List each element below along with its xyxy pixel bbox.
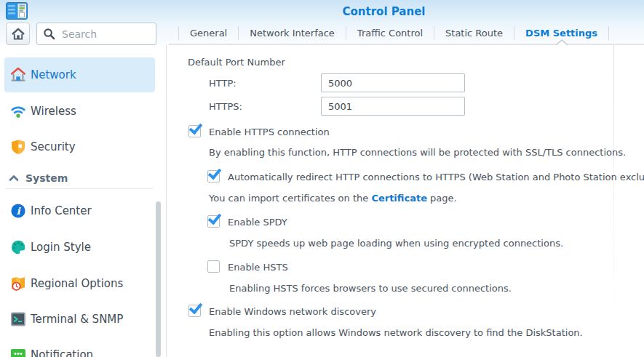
sidebar-item-label: Notification [31, 348, 93, 357]
search-icon [43, 28, 55, 40]
tab-traffic-control[interactable]: Traffic Control [346, 23, 434, 44]
certificate-note: You can import certificates on the Certi… [209, 193, 457, 204]
palette-icon [9, 238, 27, 256]
windows-discovery-checkbox[interactable] [188, 305, 201, 317]
sidebar-item-label: Info Center [31, 204, 92, 217]
section-divider [6, 188, 154, 189]
content-scroll-track [613, 45, 614, 357]
sidebar-item-network[interactable]: Network [4, 57, 155, 92]
tab-strip-border [169, 44, 644, 45]
search-box [36, 23, 156, 45]
collapse-chevron-icon [9, 175, 19, 182]
sidebar-item-label: Wireless [31, 105, 76, 118]
wifi-icon [9, 103, 27, 120]
chat-bubble-icon [9, 346, 27, 357]
page-title: Control Panel [0, 5, 644, 18]
tab-separator [608, 26, 609, 40]
home-icon [11, 28, 25, 40]
sidebar-item-login-style[interactable]: Login Style [4, 230, 155, 265]
sidebar-item-label: Terminal & SNMP [31, 313, 123, 326]
enable-hsts-option: Enable HSTS [207, 260, 288, 273]
sidebar-section-system[interactable]: System [9, 171, 68, 185]
https-port-label: HTTPS: [209, 101, 242, 112]
discovery-description: Enabling this option allows Windows netw… [209, 327, 583, 338]
info-icon: i [9, 202, 27, 220]
sidebar-item-label: Login Style [31, 241, 91, 254]
network-house-icon [9, 66, 27, 84]
tab-network-interface[interactable]: Network Interface [239, 23, 346, 44]
tab-general[interactable]: General [179, 23, 238, 44]
http-port-input[interactable] [321, 73, 465, 92]
enable-hsts-label[interactable]: Enable HSTS [228, 260, 288, 273]
https-description: By enabling this function, HTTP connecti… [209, 147, 626, 158]
window-header: Control Panel General Network Interface … [0, 0, 644, 45]
auto-redirect-checkbox[interactable] [207, 170, 220, 182]
certificate-note-suffix: page. [427, 193, 457, 204]
sidebar-scrollbar[interactable] [156, 201, 161, 357]
enable-spdy-label[interactable]: Enable SPDY [228, 215, 287, 228]
hsts-description: Enabling HSTS forces browsers to use sec… [229, 283, 512, 294]
sidebar-item-security[interactable]: Security [4, 129, 155, 164]
certificate-link[interactable]: Certificate [371, 193, 427, 204]
enable-hsts-checkbox[interactable] [207, 260, 220, 273]
enable-https-label[interactable]: Enable HTTPS connection [209, 125, 330, 137]
sidebar-item-wireless[interactable]: Wireless [4, 94, 155, 129]
shield-icon [9, 138, 27, 156]
home-button[interactable] [6, 23, 30, 45]
dsm-settings-panel: Default Port Number HTTP: HTTPS: Enable … [167, 45, 644, 357]
windows-discovery-label[interactable]: Enable Windows network discovery [209, 305, 376, 317]
sidebar: Network Wireless Security System [0, 45, 167, 357]
sidebar-item-regional-options[interactable]: Regional Options [4, 266, 155, 301]
sidebar-item-notification[interactable]: Notification [4, 337, 155, 357]
enable-spdy-option: Enable SPDY [207, 215, 287, 228]
auto-redirect-label[interactable]: Automatically redirect HTTP connections … [228, 170, 644, 182]
http-port-label: HTTP: [209, 78, 236, 89]
sidebar-item-label: Security [31, 140, 76, 153]
tab-static-route[interactable]: Static Route [434, 23, 514, 44]
enable-https-checkbox[interactable] [188, 125, 201, 137]
enable-https-option: Enable HTTPS connection [188, 125, 330, 137]
enable-spdy-checkbox[interactable] [207, 215, 220, 228]
search-input[interactable] [60, 28, 150, 41]
map-clock-icon [9, 275, 27, 292]
terminal-icon [9, 310, 27, 328]
certificate-note-prefix: You can import certificates on the [209, 193, 371, 204]
control-panel-window: Control Panel General Network Interface … [0, 0, 644, 357]
sidebar-item-label: Regional Options [31, 277, 123, 290]
sidebar-section-label: System [25, 172, 68, 184]
windows-discovery-option: Enable Windows network discovery [188, 305, 376, 317]
sidebar-item-terminal-snmp[interactable]: Terminal & SNMP [4, 302, 155, 337]
spdy-description: SPDY speeds up web page loading when usi… [229, 238, 563, 249]
https-port-input[interactable] [321, 97, 465, 116]
tab-bar: General Network Interface Traffic Contro… [167, 23, 644, 44]
sidebar-item-label: Network [31, 68, 76, 81]
section-title: Default Port Number [188, 57, 285, 68]
auto-redirect-option: Automatically redirect HTTP connections … [207, 170, 644, 182]
tab-dsm-settings[interactable]: DSM Settings [514, 23, 608, 44]
sidebar-item-info-center[interactable]: i Info Center [4, 193, 155, 228]
